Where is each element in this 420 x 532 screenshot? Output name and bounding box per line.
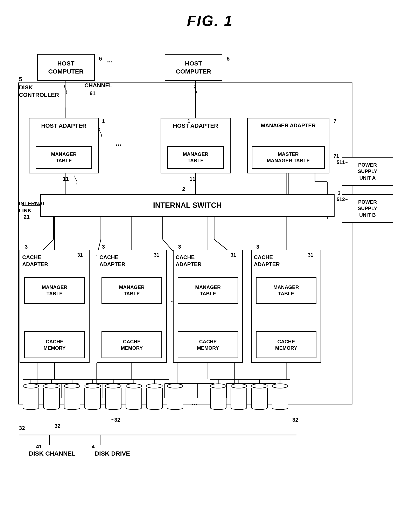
num-32-label-1: 32 xyxy=(19,425,25,432)
cache-adapter-4-title: CACHEADAPTER xyxy=(254,254,314,268)
num-31-label-3: 31 xyxy=(231,252,236,258)
num-512-label: 512~ xyxy=(337,196,348,202)
num-3-label-ps: 3 xyxy=(338,190,341,197)
num-32-label-bottom: 32 xyxy=(55,423,60,430)
internal-link-num: 21 xyxy=(24,213,30,221)
cache-memory-4: CACHEMEMORY xyxy=(256,331,316,358)
num-31-label-4: 31 xyxy=(308,252,313,258)
num-31-label-1: 31 xyxy=(77,252,83,258)
cache-adapter-3-title: CACHEADAPTER xyxy=(176,254,236,268)
channel-num-label: 61 xyxy=(90,90,95,97)
power-supply-b-label: POWERSUPPLYUNIT B xyxy=(358,199,377,218)
host-adapter-2-label: HOST ADAPTER xyxy=(161,122,230,130)
num-32-label-3: 32 xyxy=(292,416,298,424)
disk-drive-3-1 xyxy=(210,383,226,410)
num-31-label-2: 31 xyxy=(154,252,159,258)
cache-memory-2-label: CACHEMEMORY xyxy=(121,338,143,351)
disk-drive-3-4 xyxy=(272,383,288,410)
num-11-label-1: 11 xyxy=(63,175,69,182)
cache-adapter-2-title: CACHEADAPTER xyxy=(99,254,160,268)
cache-manager-table-1: MANAGERTABLE xyxy=(24,277,85,304)
power-supply-a-label: POWERSUPPLYUNIT A xyxy=(358,162,377,181)
num-2-label: 2 xyxy=(182,186,185,193)
host-computer-1-label: HOSTCOMPUTER xyxy=(48,59,84,75)
disk-drive-2-2 xyxy=(126,383,142,410)
internal-switch: INTERNAL SWITCH xyxy=(40,194,335,217)
num-41-label: 41 xyxy=(36,443,42,450)
num-3-label-2: 3 xyxy=(102,243,105,250)
host-computer-2: HOSTCOMPUTER xyxy=(165,54,222,81)
disk-drive-3-2 xyxy=(231,383,247,410)
disk-drive-1-4 xyxy=(84,383,101,410)
cache-adapter-2: CACHEADAPTER MANAGERTABLE CACHEMEMORY xyxy=(97,250,167,363)
cache-memory-3: CACHEMEMORY xyxy=(178,331,238,358)
num-3-label-4: 3 xyxy=(256,243,259,250)
num-3-label-3: 3 xyxy=(178,243,181,250)
cache-memory-3-label: CACHEMEMORY xyxy=(197,338,219,351)
power-supply-b: POWERSUPPLYUNIT B xyxy=(342,194,393,223)
manager-table-2: MANAGERTABLE xyxy=(167,146,224,169)
disk-drive-2-3 xyxy=(146,383,163,410)
host-computer-1: HOSTCOMPUTER xyxy=(37,54,95,81)
disk-drive-2-1 xyxy=(105,383,121,410)
disk-drive-1-3 xyxy=(64,383,80,410)
num-71-label: 71 xyxy=(333,153,339,159)
internal-link-label: INTERNALLINK xyxy=(19,200,46,214)
channel-label: CHANNEL xyxy=(84,82,113,89)
cache-adapter-3: CACHEADAPTER MANAGERTABLE CACHEMEMORY xyxy=(173,250,243,363)
internal-switch-label: INTERNAL SWITCH xyxy=(153,201,222,210)
num-4-label: 4 xyxy=(92,443,94,450)
dots-drives: ... xyxy=(192,398,198,408)
num-11-label-2: 11 xyxy=(189,175,195,182)
manager-table-2-label: MANAGERTABLE xyxy=(183,151,208,164)
num-1-label-1: 1 xyxy=(102,118,105,125)
cache-manager-table-4: MANAGERTABLE xyxy=(256,277,316,304)
host-adapter-2: HOST ADAPTER MANAGERTABLE xyxy=(161,118,231,173)
manager-table-1-label: MANAGERTABLE xyxy=(51,151,76,164)
disk-channel-label: DISK CHANNEL xyxy=(29,449,75,457)
power-supply-a: POWERSUPPLYUNIT A xyxy=(342,157,393,186)
cache-adapter-1: CACHEADAPTER MANAGERTABLE CACHEMEMORY xyxy=(20,250,90,363)
cache-memory-2: CACHEMEMORY xyxy=(102,331,162,358)
manager-adapter: MANAGER ADAPTER MASTERMANAGER TABLE xyxy=(247,118,330,173)
wavy-1: ~ xyxy=(80,122,84,129)
host-computer-2-label: HOSTCOMPUTER xyxy=(176,59,211,75)
cache-manager-table-2-label: MANAGERTABLE xyxy=(119,284,145,297)
master-manager-table-label: MASTERMANAGER TABLE xyxy=(267,151,310,164)
cache-memory-1-label: CACHEMEMORY xyxy=(44,338,65,351)
host-adapter-1-label: HOST ADAPTER xyxy=(30,122,98,130)
disk-drive-1-1 xyxy=(23,383,39,410)
num-1-label-2: 1 xyxy=(187,118,190,125)
disk-drive-1-2 xyxy=(43,383,60,410)
num-6-label-2: 6 xyxy=(226,55,230,62)
master-manager-table: MASTERMANAGER TABLE xyxy=(252,146,325,169)
num-32-label-2: ~32 xyxy=(111,416,120,424)
dots-1: ... xyxy=(107,56,113,65)
disk-drive-label: DISK DRIVE xyxy=(95,449,130,457)
cache-adapter-1-title: CACHEADAPTER xyxy=(22,254,83,268)
num-511-label: 511~ xyxy=(337,159,348,165)
page-title: FIG. 1 xyxy=(0,0,420,37)
manager-table-1: MANAGERTABLE xyxy=(36,146,92,169)
cache-adapter-4: CACHEADAPTER MANAGERTABLE CACHEMEMORY xyxy=(251,250,321,363)
num-6-label-1: 6 xyxy=(99,55,102,62)
disk-controller-label: DISKCONTROLLER xyxy=(19,84,59,99)
manager-adapter-label: MANAGER ADAPTER xyxy=(248,122,329,129)
host-adapter-1: HOST ADAPTER MANAGERTABLE xyxy=(29,118,99,173)
dots-adapters: ... xyxy=(115,138,121,148)
cache-manager-table-2: MANAGERTABLE xyxy=(102,277,162,304)
disk-drive-3-3 xyxy=(251,383,268,410)
num-3-label-1: 3 xyxy=(25,243,28,250)
num-7-label: 7 xyxy=(333,118,336,125)
cache-manager-table-3: MANAGERTABLE xyxy=(178,277,238,304)
cache-memory-4-label: CACHEMEMORY xyxy=(275,338,297,351)
num-5-label: 5 xyxy=(19,76,22,83)
cache-manager-table-3-label: MANAGERTABLE xyxy=(195,284,221,297)
disk-drive-2-4 xyxy=(167,383,183,410)
cache-memory-1: CACHEMEMORY xyxy=(24,331,85,358)
cache-manager-table-4-label: MANAGERTABLE xyxy=(273,284,299,297)
cache-manager-table-1-label: MANAGERTABLE xyxy=(42,284,67,297)
